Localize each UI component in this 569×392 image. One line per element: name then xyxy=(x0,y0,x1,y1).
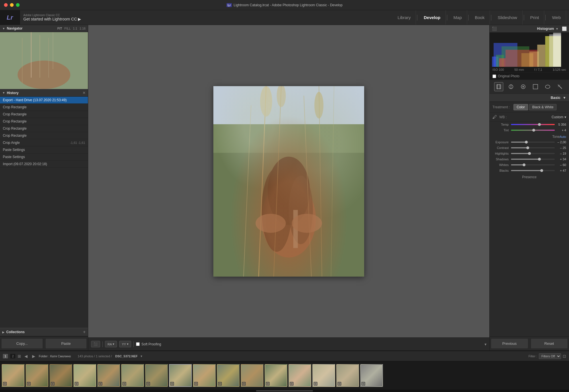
history-item-crop4[interactable]: Crop Rectangle xyxy=(0,125,88,132)
close-button[interactable] xyxy=(4,3,8,7)
soft-proofing-toggle[interactable]: Soft Proofing xyxy=(136,342,161,346)
history-item-paste2[interactable]: Paste Settings xyxy=(0,154,88,161)
contrast-thumb[interactable] xyxy=(526,146,529,149)
navigator-fill[interactable]: FILL xyxy=(64,27,71,30)
thumb-9[interactable]: ⊡ xyxy=(193,364,216,387)
navigator-header[interactable]: ▼ Navigator FIT FILL 1:1 1:16 xyxy=(0,25,88,32)
eyedropper-tool[interactable]: 🖊 xyxy=(492,115,497,120)
thumb-3[interactable]: ⊡ xyxy=(50,364,72,387)
contrast-slider[interactable] xyxy=(511,147,555,148)
bw-treatment-button[interactable]: Black & White xyxy=(529,104,557,110)
previous-button[interactable]: Previous xyxy=(491,338,528,349)
history-close-button[interactable]: ✕ xyxy=(83,91,86,95)
history-item-import[interactable]: Import (09.07.2020 20:02:18) xyxy=(0,161,88,168)
thumb-12[interactable]: ⊡ xyxy=(265,364,287,387)
view-mode-button[interactable]: ⬛ xyxy=(91,341,100,347)
filmstrip-grid-icon[interactable]: ⊞ xyxy=(18,354,21,358)
tone-auto-button[interactable]: Auto xyxy=(560,135,566,138)
exposure-thumb[interactable] xyxy=(525,141,528,144)
thumb-5[interactable]: ⊡ xyxy=(97,364,120,387)
highlights-slider[interactable] xyxy=(511,153,555,154)
thumb-7[interactable]: ⊡ xyxy=(145,364,168,387)
toolbar-expand[interactable]: ▾ xyxy=(485,342,486,347)
tint-slider[interactable] xyxy=(511,130,555,131)
photo-canvas[interactable] xyxy=(88,25,489,337)
module-library[interactable]: Library xyxy=(393,10,416,25)
wb-value[interactable]: Custom ▾ xyxy=(552,115,566,119)
red-eye-tool[interactable] xyxy=(519,82,528,91)
filmstrip-prev-button[interactable]: ◀ xyxy=(23,354,29,358)
spot-removal-tool[interactable] xyxy=(506,82,516,91)
navigator-controls[interactable]: FIT FILL 1:1 1:16 xyxy=(57,27,86,30)
highlights-thumb[interactable] xyxy=(528,152,531,155)
soft-proofing-checkbox[interactable] xyxy=(136,342,140,346)
filmstrip-page2[interactable]: 2 xyxy=(10,354,15,358)
histogram-header[interactable]: ⬛ Histogram ▼ ⬜ xyxy=(490,25,569,33)
filmstrip-page1[interactable]: 1 xyxy=(3,354,8,358)
thumb-14[interactable]: ⊡ xyxy=(312,364,335,387)
history-item-export[interactable]: Export - Hard Drive (13.07.2020 21:53:49… xyxy=(0,97,88,104)
tint-thumb[interactable] xyxy=(532,129,535,132)
navigator-fit[interactable]: FIT xyxy=(57,27,62,30)
filmstrip-next-button[interactable]: ▶ xyxy=(31,354,36,358)
basic-header[interactable]: Basic ▼ xyxy=(490,94,569,102)
temp-slider[interactable] xyxy=(511,124,555,125)
history-header[interactable]: ▼ History ✕ xyxy=(0,89,88,97)
exposure-slider[interactable] xyxy=(511,142,555,143)
blacks-slider[interactable] xyxy=(511,170,555,171)
collections-add-button[interactable]: + xyxy=(83,329,86,335)
shadows-slider[interactable] xyxy=(511,159,555,160)
color-treatment-button[interactable]: Color xyxy=(514,104,528,110)
clipping-shadow-icon[interactable]: ⬛ xyxy=(492,26,497,31)
minimize-button[interactable] xyxy=(10,3,14,7)
shadows-thumb[interactable] xyxy=(538,158,541,161)
thumb-2[interactable]: ⊡ xyxy=(26,364,48,387)
thumb-1[interactable]: ⊡ xyxy=(2,364,24,387)
paste-button[interactable]: Paste xyxy=(45,338,87,349)
filter-select[interactable]: Filters Off xyxy=(539,353,561,359)
filter-expand-icon[interactable]: ⊡ xyxy=(563,354,566,358)
crop-tool[interactable] xyxy=(494,82,503,91)
history-item-crop5[interactable]: Crop Rectangle xyxy=(0,132,88,139)
copy-button[interactable]: Copy... xyxy=(1,338,43,349)
clipping-highlight-icon[interactable]: ⬜ xyxy=(562,26,567,31)
fullscreen-button[interactable] xyxy=(16,3,20,7)
window-controls[interactable] xyxy=(4,3,20,7)
thumb-13[interactable]: ⊡ xyxy=(288,364,311,387)
history-item-crop-angle[interactable]: Crop Angle -1,61 -1,61 xyxy=(0,139,88,146)
module-develop[interactable]: Develop xyxy=(418,10,446,25)
original-photo-checkbox[interactable] xyxy=(492,74,496,78)
blacks-thumb[interactable] xyxy=(540,169,543,172)
collections-header[interactable]: ▶ Collections + xyxy=(0,328,88,336)
thumb-6[interactable]: ⊡ xyxy=(121,364,144,387)
module-web[interactable]: Web xyxy=(547,10,566,25)
module-book[interactable]: Book xyxy=(470,10,490,25)
module-map[interactable]: Map xyxy=(448,10,467,25)
history-item-crop1[interactable]: Crop Rectangle xyxy=(0,104,88,111)
whites-slider[interactable] xyxy=(511,164,555,165)
thumb-4[interactable]: ⊡ xyxy=(73,364,96,387)
thumb-10[interactable]: ⊡ xyxy=(217,364,240,387)
thumb-11[interactable]: ⊡ xyxy=(241,364,263,387)
radial-filter-tool[interactable] xyxy=(543,82,552,91)
whites-thumb[interactable] xyxy=(523,163,525,166)
navigator-1to1[interactable]: 1:1 xyxy=(73,27,77,30)
expand-icon[interactable]: ▾ xyxy=(485,342,486,347)
thumb-15[interactable]: ⊡ xyxy=(336,364,359,387)
module-print[interactable]: Print xyxy=(525,10,545,25)
adjustment-brush-tool[interactable] xyxy=(555,82,564,91)
navigator-1to16[interactable]: 1:16 xyxy=(80,27,86,30)
history-item-crop2[interactable]: Crop Rectangle xyxy=(0,111,88,118)
filename-dropdown-icon[interactable]: ▾ xyxy=(141,354,142,358)
thumb-16[interactable]: ⊡ xyxy=(360,364,383,387)
filmstrip-scrollbar[interactable] xyxy=(256,390,313,391)
temp-thumb[interactable] xyxy=(538,123,541,126)
reset-button[interactable]: Reset xyxy=(531,338,568,349)
thumb-8-selected[interactable]: ⊡ xyxy=(169,364,192,387)
yy-button[interactable]: YY ▾ xyxy=(119,341,131,347)
history-item-crop3[interactable]: Crop Rectangle xyxy=(0,118,88,125)
ra-button[interactable]: RA ▾ xyxy=(105,341,117,347)
history-item-paste1[interactable]: Paste Settings xyxy=(0,146,88,154)
module-slideshow[interactable]: Slideshow xyxy=(492,10,522,25)
graduated-filter-tool[interactable] xyxy=(531,82,540,91)
